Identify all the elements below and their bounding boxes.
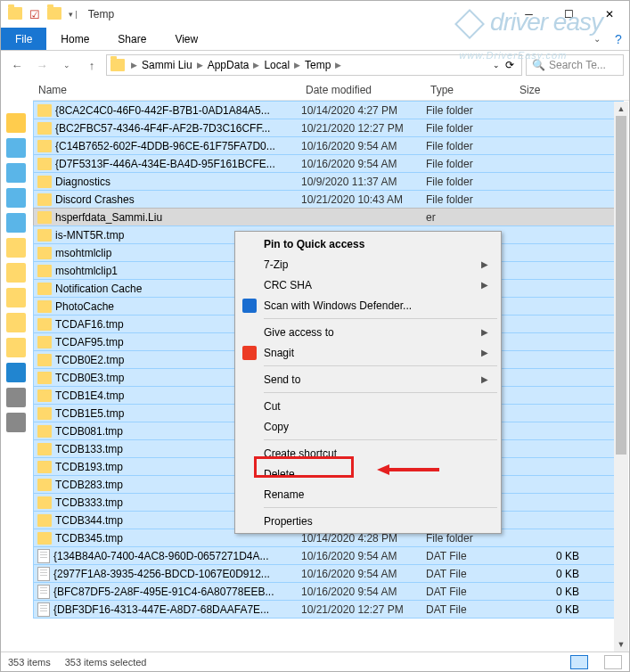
table-row[interactable]: {C14B7652-602F-4DDB-96CE-61F75FA7D0...10… bbox=[33, 136, 624, 155]
table-row[interactable]: {2977F1A8-3935-4256-BDCD-1067E0D912...10… bbox=[33, 564, 624, 583]
column-type[interactable]: Type bbox=[425, 79, 514, 100]
up-button[interactable]: ↑ bbox=[81, 54, 102, 76]
file-name: TCDB345.tmp bbox=[55, 532, 123, 545]
folder-icon[interactable] bbox=[6, 238, 26, 258]
ribbon-expand-icon[interactable]: ⌄ bbox=[586, 28, 608, 50]
folder-icon[interactable] bbox=[6, 338, 26, 357]
back-button[interactable]: ← bbox=[6, 54, 28, 76]
folder-icon[interactable] bbox=[6, 313, 26, 332]
desktop-icon[interactable] bbox=[6, 138, 26, 158]
folder-icon bbox=[37, 336, 52, 348]
help-icon[interactable]: ? bbox=[608, 28, 629, 50]
column-name[interactable]: Name bbox=[33, 79, 300, 100]
chevron-right-icon[interactable]: ▶ bbox=[291, 61, 303, 70]
minimize-button[interactable]: ─ bbox=[509, 1, 549, 28]
file-name: {2977F1A8-3935-4256-BDCD-1067E0D912... bbox=[53, 568, 270, 580]
breadcrumb-segment[interactable]: Temp bbox=[305, 59, 331, 71]
menu-crc-sha[interactable]: CRC SHA▶ bbox=[237, 275, 499, 295]
file-name: msohtmlclip1 bbox=[55, 265, 118, 277]
breadcrumb-segment[interactable]: AppData bbox=[208, 59, 250, 71]
folder-icon[interactable] bbox=[6, 263, 26, 283]
table-row[interactable]: Discord Crashes10/21/2020 10:43 AMFile f… bbox=[33, 190, 624, 209]
quick-access-icon[interactable] bbox=[6, 113, 26, 133]
downloads-icon[interactable] bbox=[6, 163, 26, 183]
table-row[interactable]: {BC2FBC57-4346-4F4F-AF2B-7D3C16CFF...10/… bbox=[33, 119, 624, 137]
column-headers: Name Date modified Type Size bbox=[33, 79, 629, 101]
table-row[interactable]: {134B84A0-7400-4AC8-960D-0657271D4A...10… bbox=[33, 546, 624, 565]
scroll-up-icon[interactable]: ▲ bbox=[614, 102, 628, 116]
table-row[interactable]: Diagnostics10/9/2020 11:37 AMFile folder bbox=[33, 172, 624, 191]
menu-rename[interactable]: Rename bbox=[237, 484, 499, 504]
file-name: {C14B7652-602F-4DDB-96CE-61F75FA7D0... bbox=[55, 140, 275, 152]
title-bar: ☑ ▾ | Temp ─ ☐ ✕ bbox=[1, 1, 629, 28]
table-row[interactable]: {D7F5313F-446A-434E-BA4D-95F161BCFE...10… bbox=[33, 154, 624, 173]
breadcrumb[interactable]: ▶ Sammi Liu ▶ AppData ▶ Local ▶ Temp ▶ ⌄… bbox=[106, 54, 522, 76]
tab-share[interactable]: Share bbox=[103, 28, 160, 50]
menu-give-access[interactable]: Give access to▶ bbox=[237, 322, 499, 342]
file-name: is-MNT5R.tmp bbox=[55, 229, 124, 242]
menu-copy[interactable]: Copy bbox=[237, 416, 499, 437]
file-name: Notification Cache bbox=[55, 283, 142, 295]
dropdown-icon[interactable]: ⌄ bbox=[493, 61, 500, 70]
pictures-icon[interactable] bbox=[6, 213, 26, 233]
folder-icon bbox=[37, 425, 52, 438]
this-pc-icon[interactable] bbox=[6, 388, 26, 407]
chevron-right-icon: ▶ bbox=[481, 348, 488, 357]
thumbnails-view-button[interactable] bbox=[604, 655, 622, 669]
file-name: TCDB0E2.tmp bbox=[55, 354, 124, 366]
menu-pin-quick-access[interactable]: Pin to Quick access bbox=[237, 234, 499, 254]
scrollbar-thumb[interactable] bbox=[616, 116, 626, 455]
scroll-down-icon[interactable]: ▼ bbox=[614, 637, 628, 652]
chevron-right-icon[interactable]: ▶ bbox=[194, 61, 206, 70]
table-row[interactable]: {DBF3DF16-4313-447E-A8D7-68DAAFA7E...10/… bbox=[33, 600, 624, 619]
table-row[interactable]: {BFC87DF5-2A8F-495E-91C4-6A80778EEB...10… bbox=[33, 582, 624, 601]
onedrive-icon[interactable] bbox=[6, 363, 26, 382]
folder-icon bbox=[37, 247, 52, 259]
check-icon[interactable]: ☑ bbox=[29, 8, 40, 21]
close-button[interactable]: ✕ bbox=[589, 1, 629, 28]
folder-icon[interactable] bbox=[6, 288, 26, 307]
tab-home[interactable]: Home bbox=[46, 28, 103, 50]
chevron-right-icon[interactable]: ▶ bbox=[128, 61, 140, 70]
chevron-right-icon[interactable]: ▶ bbox=[250, 61, 262, 70]
file-icon bbox=[37, 567, 50, 581]
file-name: TCDAF95.tmp bbox=[55, 336, 124, 348]
menu-snagit[interactable]: Snagit▶ bbox=[237, 342, 499, 363]
file-type: File folder bbox=[426, 158, 515, 170]
recent-dropdown-icon[interactable]: ⌄ bbox=[56, 54, 78, 76]
menu-delete[interactable]: Delete bbox=[237, 463, 499, 484]
refresh-icon[interactable]: ⟳ bbox=[502, 59, 518, 71]
column-size[interactable]: Size bbox=[514, 79, 585, 100]
menu-create-shortcut[interactable]: Create shortcut bbox=[237, 443, 499, 463]
details-view-button[interactable] bbox=[570, 655, 588, 669]
menu-defender[interactable]: Scan with Windows Defender... bbox=[237, 295, 499, 316]
menu-properties[interactable]: Properties bbox=[237, 511, 499, 531]
tab-view[interactable]: View bbox=[160, 28, 212, 50]
table-row[interactable]: hsperfdata_Sammi.Liuer bbox=[33, 208, 624, 226]
vertical-scrollbar[interactable]: ▲ ▼ bbox=[614, 102, 628, 652]
file-size: 0 KB bbox=[515, 550, 586, 562]
folder-icon bbox=[37, 354, 52, 366]
maximize-button[interactable]: ☐ bbox=[549, 1, 589, 28]
file-size: 0 KB bbox=[515, 568, 586, 580]
breadcrumb-segment[interactable]: Sammi Liu bbox=[142, 59, 192, 71]
chevron-right-icon[interactable]: ▶ bbox=[332, 61, 344, 70]
breadcrumb-segment[interactable]: Local bbox=[264, 59, 290, 71]
qat-dropdown-icon[interactable]: ▾ | bbox=[69, 10, 78, 19]
forward-button[interactable]: → bbox=[31, 54, 53, 76]
column-date[interactable]: Date modified bbox=[300, 79, 425, 100]
folder-icon bbox=[37, 283, 52, 295]
nav-pane[interactable] bbox=[3, 108, 29, 653]
address-bar: ← → ⌄ ↑ ▶ Sammi Liu ▶ AppData ▶ Local ▶ … bbox=[1, 51, 629, 79]
file-tab[interactable]: File bbox=[1, 28, 46, 50]
search-input[interactable]: 🔍 Search Te... bbox=[526, 54, 624, 76]
menu-cut[interactable]: Cut bbox=[237, 396, 499, 416]
folder-icon bbox=[37, 443, 52, 455]
file-date: 10/21/2020 12:27 PM bbox=[301, 122, 426, 135]
documents-icon[interactable] bbox=[6, 188, 26, 208]
menu-send-to[interactable]: Send to▶ bbox=[237, 369, 499, 389]
table-row[interactable]: {8CA2C4C0-46F0-442F-B7B1-0AD1A84A5...10/… bbox=[33, 101, 624, 119]
menu-7zip[interactable]: 7-Zip▶ bbox=[237, 254, 499, 275]
file-date: 10/16/2020 9:54 AM bbox=[301, 550, 426, 562]
network-icon[interactable] bbox=[6, 413, 26, 432]
